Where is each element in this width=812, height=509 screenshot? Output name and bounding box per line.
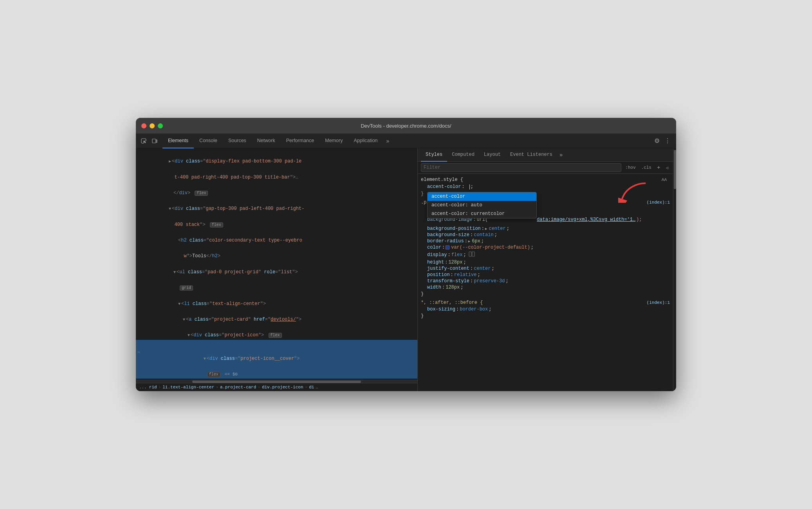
autocomplete-item-auto[interactable]: accent-color: auto [428, 201, 536, 209]
html-line[interactable]: … ▼<div class="project-icon__cover"> [136, 340, 417, 363]
elements-panel: ▶<div class="display-flex pad-bottom-300… [136, 148, 418, 391]
breadcrumb-dots: ... [139, 385, 147, 390]
universal-rule-block: *, ::after, ::before { (index):1 box-siz… [418, 299, 673, 319]
html-line[interactable]: t-400 pad-right-400 pad-top-300 title-ba… [136, 166, 417, 181]
styles-content: element.style { AA accent-color : ; [418, 174, 673, 391]
html-line[interactable]: ▼<div class="project-icon"> flex [136, 324, 417, 339]
html-line[interactable]: </div> flex [136, 182, 417, 197]
html-line[interactable]: ▼<li class="text-align-center"> [136, 292, 417, 308]
prop-color[interactable]: color : var(--color-project-default) ; [418, 244, 673, 251]
html-line[interactable]: ▼<div class="gap-top-300 pad-left-400 pa… [136, 197, 417, 213]
minimize-button[interactable] [150, 123, 155, 128]
html-line[interactable]: <h2 class="color-secondary-text type--ey… [136, 229, 417, 245]
prop-display[interactable]: display : flex ; [418, 251, 673, 259]
tab-computed[interactable]: Computed [447, 148, 479, 162]
svg-rect-0 [152, 139, 156, 143]
settings-icon[interactable]: ⚙ [652, 137, 662, 144]
breadcrumb-di[interactable]: di [309, 385, 314, 390]
breadcrumb-li[interactable]: li.text-align-center [162, 385, 214, 390]
maximize-button[interactable] [158, 123, 163, 128]
source-link-2[interactable]: (index):1 [647, 300, 670, 305]
title-bar: DevTools - developer.chrome.com/docs/ [136, 118, 676, 134]
tab-application[interactable]: Application [348, 134, 383, 148]
prop-justify-content[interactable]: justify-content : center ; [418, 265, 673, 272]
html-line[interactable]: ▶<div class="display-flex pad-bottom-300… [136, 150, 417, 166]
prop-border-radius[interactable]: border-radius : ▶ 6px ; [418, 238, 673, 244]
hov-button[interactable]: :hov [624, 164, 637, 171]
prop-box-sizing[interactable]: box-sizing : border-box ; [418, 306, 673, 312]
back-button[interactable]: ◁ [664, 164, 670, 171]
svg-rect-4 [472, 252, 475, 256]
device-icon[interactable] [150, 136, 159, 146]
tab-performance[interactable]: Performance [281, 134, 320, 148]
property-input-line[interactable]: accent-color : ; [418, 183, 673, 190]
styles-panel: Styles Computed Layout Event Listeners »… [418, 148, 673, 391]
svg-rect-3 [469, 252, 471, 256]
toolbar-icons [139, 136, 159, 146]
breadcrumb-a[interactable]: a.project-card [220, 385, 256, 390]
styles-filter-input[interactable] [421, 163, 621, 172]
prop-background-position[interactable]: background-position : ▶ center ; [418, 226, 673, 232]
autocomplete-container: accent-color : ; [418, 183, 673, 190]
prop-position[interactable]: position : relative ; [418, 272, 673, 278]
element-style-rule: element.style { AA accent-color : ; [418, 176, 673, 197]
breadcrumb-div-project-icon[interactable]: div.project-icon [262, 385, 303, 390]
tab-network[interactable]: Network [252, 134, 281, 148]
prop-width[interactable]: width : 128px ; [418, 284, 673, 291]
styles-tabs-more[interactable]: » [557, 152, 565, 158]
styles-tab-bar: Styles Computed Layout Event Listeners » [418, 148, 673, 162]
tab-layout[interactable]: Layout [479, 148, 505, 162]
svg-rect-1 [156, 140, 157, 143]
cursor [469, 184, 470, 190]
devtools-window: DevTools - developer.chrome.com/docs/ El… [136, 118, 676, 391]
css-selector-universal: *, ::after, ::before { (index):1 [418, 299, 673, 306]
prop-background-size[interactable]: background-size : contain ; [418, 232, 673, 238]
tab-elements[interactable]: Elements [162, 134, 194, 148]
more-options-icon[interactable]: ⋮ [662, 137, 673, 144]
styles-toolbar: :hov .cls + ◁ [418, 162, 673, 174]
autocomplete-item-accent-color[interactable]: accent-color [428, 192, 536, 201]
html-line[interactable]: ▼<a class="project-card" href="devtools/… [136, 308, 417, 324]
close-button[interactable] [141, 123, 146, 128]
breadcrumb-rid[interactable]: rid [149, 385, 157, 390]
inspect-icon[interactable] [139, 136, 148, 146]
inline-properties-block: background-color : currentColor ; backgr… [418, 208, 673, 298]
css-selector: element.style { AA [418, 176, 673, 183]
html-line[interactable]: 400 stack"> flex [136, 213, 417, 229]
scrollbar-thumb[interactable] [192, 381, 361, 383]
html-line[interactable]: w">Tools</h2> [136, 245, 417, 260]
html-line[interactable]: ▼<ul class="pad-0 project-grid" role="li… [136, 261, 417, 276]
tabs-more-button[interactable]: » [383, 138, 393, 144]
main-content: ▶<div class="display-flex pad-bottom-300… [136, 148, 676, 391]
html-line[interactable]: grid [136, 276, 417, 292]
devtools-tab-bar: Elements Console Sources Network Perform… [136, 134, 676, 148]
color-swatch[interactable] [446, 245, 449, 249]
font-size-icon[interactable]: AA [662, 177, 667, 182]
elements-content: ▶<div class="display-flex pad-bottom-300… [136, 148, 417, 380]
tab-console[interactable]: Console [194, 134, 223, 148]
tab-sources[interactable]: Sources [223, 134, 252, 148]
traffic-lights [141, 123, 163, 128]
prop-transform-style[interactable]: transform-style : preserve-3d ; [418, 278, 673, 284]
autocomplete-item-currentcolor[interactable]: accent-color: currentcolor [428, 209, 536, 218]
prop-height[interactable]: height : 128px ; [418, 259, 673, 265]
right-scrollbar[interactable] [673, 148, 676, 391]
window-title: DevTools - developer.chrome.com/docs/ [361, 123, 451, 129]
closing-brace-2: } [418, 312, 673, 319]
scrollbar-thumb[interactable] [674, 150, 676, 189]
horizontal-scrollbar[interactable] [136, 380, 417, 383]
tab-memory[interactable]: Memory [319, 134, 348, 148]
display-icon [469, 251, 475, 259]
tab-styles[interactable]: Styles [421, 148, 447, 162]
add-style-rule-button[interactable]: + [655, 164, 662, 171]
cls-button[interactable]: .cls [640, 164, 653, 171]
tab-event-listeners[interactable]: Event Listeners [505, 148, 557, 162]
source-link[interactable]: (index):1 [647, 200, 670, 205]
autocomplete-dropdown: accent-color accent-color: auto accent-c… [427, 192, 537, 218]
breadcrumb-bar: ... rid › li.text-align-center › a.proje… [136, 383, 417, 391]
closing-brace: } [418, 291, 673, 298]
html-line[interactable]: flex == $0 [136, 363, 417, 379]
